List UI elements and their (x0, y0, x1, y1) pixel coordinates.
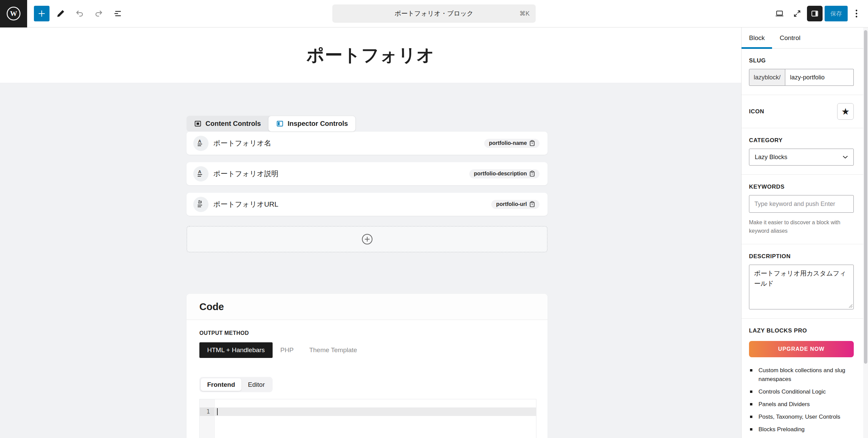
list-view-button[interactable] (110, 6, 125, 21)
editor-topbar: W (0, 0, 868, 27)
copy-icon (530, 201, 535, 207)
controls-placement-tabs: Content Controls Inspector Controls (186, 116, 356, 132)
tab-frontend[interactable]: Frontend (201, 378, 241, 391)
preview-icon (775, 9, 784, 18)
page-title[interactable]: ポートフォリオ (307, 43, 435, 67)
icon-section: ICON ★ (742, 95, 868, 128)
control-slug-badge[interactable]: portfolio-url (491, 200, 539, 209)
kebab-icon (855, 9, 857, 18)
redo-icon (94, 9, 103, 18)
output-method-php[interactable]: PHP (273, 342, 301, 358)
copy-icon (530, 140, 535, 146)
options-menu-button[interactable] (850, 6, 863, 21)
code-view-tabs: Frontend Editor (199, 377, 273, 392)
settings-sidebar-toggle[interactable] (807, 6, 823, 21)
description-section: DESCRIPTION ポートフォリオ用カスタムフィールド (742, 244, 868, 319)
edit-icon (56, 9, 65, 18)
slug-input[interactable] (785, 69, 854, 86)
star-icon: ★ (841, 106, 849, 117)
code-heading: Code (199, 301, 224, 312)
tab-inspector-controls[interactable]: Inspector Controls (268, 116, 356, 132)
pro-label: LAZY BLOCKS PRO (749, 327, 854, 334)
sidebar-scrollbar-thumb[interactable] (864, 30, 867, 364)
toolbar-left-tools (34, 6, 125, 21)
slug-section: SLUG lazyblock/ (742, 49, 868, 95)
pro-feature: Custom block collections and slug namesp… (749, 366, 854, 384)
code-content (215, 399, 536, 438)
category-value: Lazy Blocks (755, 154, 787, 161)
chevron-down-icon (843, 155, 848, 159)
pro-feature: Blocks Preloading (749, 425, 854, 434)
redo-button[interactable] (91, 6, 106, 21)
add-block-icon (37, 9, 46, 18)
pro-feature-list: Custom block collections and slug namesp… (749, 366, 854, 438)
control-row-portfolio-name[interactable]: A ポートフォリオ名 portfolio-name (186, 132, 548, 155)
keywords-section: KEYWORDS Make it easier to discover a bl… (742, 175, 868, 244)
code-editor[interactable]: 1 (199, 399, 536, 438)
block-icon-picker[interactable]: ★ (837, 103, 854, 120)
slug-prefix: lazyblock/ (749, 69, 785, 86)
code-section: Code OUTPUT METHOD HTML + Handlebars PHP… (186, 294, 548, 438)
sidebar-tabs: Block Control (742, 27, 868, 49)
sidebar-scrollbar-track[interactable] (863, 27, 868, 438)
wordpress-logo-icon: W (5, 5, 22, 22)
copy-icon (530, 171, 535, 177)
control-row-portfolio-url[interactable]: ポートフォリオURL portfolio-url (186, 193, 548, 216)
code-gutter: 1 (200, 399, 215, 438)
output-method-group: HTML + Handlebars PHP Theme Template (199, 342, 536, 358)
line-number: 1 (200, 407, 214, 416)
add-block-button[interactable] (34, 6, 50, 21)
sidebar-tab-block[interactable]: Block (742, 27, 772, 48)
output-method-theme-template[interactable]: Theme Template (301, 342, 365, 358)
tab-content-controls[interactable]: Content Controls (186, 116, 268, 132)
control-slug-badge[interactable]: portfolio-name (484, 139, 539, 148)
category-select[interactable]: Lazy Blocks (749, 149, 854, 166)
fullscreen-button[interactable] (789, 6, 805, 21)
control-label: ポートフォリオ名 (213, 138, 271, 148)
keywords-help-text: Make it easier to discover a block with … (749, 218, 854, 235)
upgrade-now-button[interactable]: UPGRADE NOW (749, 341, 854, 357)
icon-label: ICON (749, 108, 764, 115)
control-label: ポートフォリオ説明 (213, 169, 278, 178)
control-slug-badge[interactable]: portfolio-description (469, 169, 539, 178)
list-view-icon (113, 9, 122, 18)
svg-text:A: A (198, 169, 201, 174)
output-method-label: OUTPUT METHOD (199, 330, 536, 336)
code-section-header: Code (186, 294, 548, 320)
fullscreen-icon (793, 9, 802, 18)
control-row-portfolio-description[interactable]: A ポートフォリオ説明 portfolio-description (186, 162, 548, 185)
keywords-label: KEYWORDS (749, 184, 854, 190)
control-slug: portfolio-url (496, 201, 527, 207)
control-slug: portfolio-name (489, 140, 527, 146)
document-search-bar[interactable]: ポートフォリオ・ブロック ⌘K (332, 4, 536, 23)
svg-text:W: W (10, 9, 17, 18)
tools-button[interactable] (53, 6, 68, 21)
save-button[interactable]: 保存 (825, 6, 848, 21)
title-strip: ポートフォリオ (0, 27, 741, 83)
add-control-dropzone[interactable] (186, 226, 548, 252)
settings-sidebar: Block Control SLUG lazyblock/ ICON ★ CAT… (741, 27, 868, 438)
slug-input-group: lazyblock/ (749, 69, 854, 86)
description-textarea[interactable]: ポートフォリオ用カスタムフィールド (749, 265, 854, 309)
wordpress-logo[interactable]: W (0, 0, 27, 27)
text-cursor (217, 408, 218, 415)
url-control-icon (193, 197, 209, 212)
pro-section: LAZY BLOCKS PRO UPGRADE NOW Custom block… (742, 319, 868, 438)
category-section: CATEGORY Lazy Blocks (742, 128, 868, 175)
output-method-html-handlebars[interactable]: HTML + Handlebars (199, 342, 273, 358)
content-controls-icon (194, 120, 202, 128)
sidebar-tab-control[interactable]: Control (772, 27, 808, 48)
add-circle-icon (361, 233, 373, 245)
editor-canvas: ポートフォリオ Content Controls Inspector Contr… (0, 27, 741, 438)
pro-feature: Panels and Dividers (749, 400, 854, 409)
text-control-icon: A (193, 166, 209, 182)
keywords-input[interactable] (749, 195, 854, 213)
preview-button[interactable] (772, 6, 787, 21)
tab-editor[interactable]: Editor (241, 378, 271, 391)
pro-feature: Controls Conditional Logic (749, 387, 854, 396)
undo-button[interactable] (72, 6, 87, 21)
control-slug: portfolio-description (474, 171, 527, 177)
description-label: DESCRIPTION (749, 253, 854, 260)
settings-sidebar-icon (810, 9, 819, 18)
shortcut-hint: ⌘K (519, 4, 530, 23)
